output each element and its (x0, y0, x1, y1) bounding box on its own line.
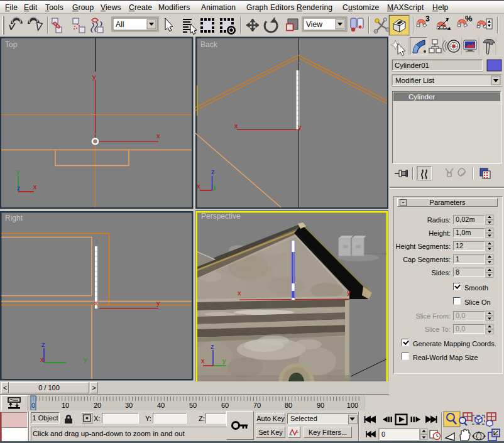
svg-text:x: x (40, 356, 44, 363)
svg-text:z: z (96, 238, 99, 244)
svg-text:x: x (197, 182, 200, 190)
svg-text:x: x (238, 289, 241, 297)
svg-text:y: y (92, 73, 96, 80)
svg-text:3: 3 (425, 14, 430, 23)
svg-text:z: z (94, 131, 97, 138)
svg-text:z: z (211, 342, 214, 350)
svg-text:y: y (222, 357, 226, 364)
svg-text:0: 0 (31, 402, 35, 409)
svg-text:y: y (84, 356, 87, 363)
svg-text:20: 20 (94, 402, 101, 409)
svg-text:z: z (297, 60, 300, 67)
svg-text:50: 50 (189, 402, 197, 409)
svg-text:60: 60 (221, 402, 229, 409)
svg-text:x: x (33, 183, 37, 190)
svg-text:x: x (234, 122, 238, 129)
svg-text:y: y (298, 123, 302, 131)
svg-text:All: All (116, 20, 124, 29)
svg-text:y: y (347, 288, 351, 296)
svg-text:z: z (41, 341, 45, 348)
svg-text:Right: Right (5, 214, 23, 222)
svg-text:x: x (201, 357, 205, 364)
svg-text:10: 10 (62, 402, 69, 409)
svg-text:80: 80 (285, 402, 292, 409)
svg-text:Top: Top (5, 40, 18, 49)
svg-text:Back: Back (200, 40, 218, 49)
svg-text:View: View (306, 20, 322, 29)
svg-text:100: 100 (347, 402, 358, 409)
svg-text:30: 30 (125, 402, 133, 409)
svg-text:z: z (17, 184, 21, 192)
svg-text:0: 0 (381, 430, 385, 438)
svg-text:%: % (465, 14, 473, 23)
svg-text:90: 90 (317, 402, 324, 409)
svg-text:y: y (213, 183, 217, 190)
svg-text:70: 70 (253, 402, 261, 409)
svg-text:y: y (16, 168, 20, 175)
svg-text:z: z (211, 168, 215, 175)
svg-text:x: x (156, 132, 160, 139)
svg-text:40: 40 (157, 402, 165, 409)
svg-text:Perspective: Perspective (201, 212, 241, 221)
svg-text:y: y (156, 299, 160, 307)
svg-text:x: x (94, 299, 98, 307)
